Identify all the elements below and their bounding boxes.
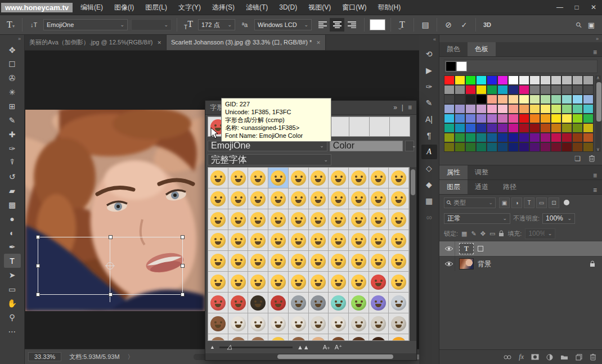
glyph-cell[interactable] <box>329 313 349 334</box>
glyph-cell[interactable] <box>309 334 329 341</box>
color-swatch[interactable] <box>519 104 529 114</box>
link-layers-icon[interactable] <box>504 355 511 359</box>
color-swatch[interactable] <box>551 142 561 152</box>
glyph-vertical-scrollbar[interactable] <box>410 167 416 341</box>
menu-item[interactable]: 图像(I) <box>109 3 140 11</box>
glyph-cell[interactable] <box>349 293 369 313</box>
zoom-level-field[interactable]: 33.33% <box>28 352 61 361</box>
color-swatch[interactable] <box>487 95 497 104</box>
tool-move[interactable]: ✥ <box>4 43 21 57</box>
menu-item[interactable]: 文字(Y) <box>173 3 206 11</box>
color-swatch[interactable] <box>444 104 455 114</box>
glyph-cell[interactable] <box>248 251 268 272</box>
recent-glyph-cell[interactable] <box>349 116 370 137</box>
color-swatch[interactable] <box>583 114 594 123</box>
color-swatch[interactable] <box>519 133 529 142</box>
tab-layers[interactable]: 图层 <box>439 180 468 194</box>
background-layer-thumbnail[interactable] <box>459 258 474 269</box>
lock-all-icon[interactable] <box>498 230 504 237</box>
color-swatch[interactable] <box>476 85 487 95</box>
color-swatch[interactable] <box>561 142 572 152</box>
collapse-panels-icon[interactable]: » <box>596 36 599 42</box>
recent-glyph-cell[interactable] <box>390 116 410 137</box>
color-swatch[interactable] <box>497 142 508 152</box>
layer-visibility-toggle[interactable] <box>443 241 455 256</box>
color-swatch[interactable] <box>455 142 465 152</box>
glyph-cell[interactable] <box>369 168 389 188</box>
menu-item[interactable]: 滤镜(T) <box>240 3 273 11</box>
close-tab-icon[interactable]: ✕ <box>157 40 161 46</box>
color-swatch[interactable] <box>476 75 487 85</box>
color-swatch[interactable] <box>487 142 497 152</box>
tool-blur[interactable]: ● <box>4 212 21 226</box>
color-swatch[interactable] <box>583 133 594 142</box>
handle-top-center[interactable] <box>109 235 113 239</box>
tool-hand[interactable]: ✋ <box>4 296 21 310</box>
glyph-cell[interactable] <box>329 188 349 209</box>
glyph-cell[interactable] <box>248 293 268 313</box>
glyph-cell[interactable] <box>389 272 409 293</box>
glyph-zoom-in-button[interactable]: A⁺ <box>335 344 342 351</box>
handle-top-right[interactable] <box>181 235 185 239</box>
delete-layer-icon[interactable] <box>590 353 596 361</box>
color-swatch[interactable] <box>540 104 551 114</box>
color-swatch[interactable] <box>583 85 594 95</box>
glyph-cell[interactable] <box>228 334 249 341</box>
color-swatch[interactable] <box>519 85 529 95</box>
linked-assets-panel-icon[interactable]: ∞ <box>421 210 437 224</box>
color-swatch[interactable] <box>476 142 487 152</box>
glyph-cell[interactable] <box>208 334 228 341</box>
color-swatch[interactable] <box>529 142 540 152</box>
glyph-cell[interactable] <box>208 188 228 209</box>
brushes-panel-icon[interactable]: ✑ <box>421 79 437 94</box>
glyph-cell[interactable] <box>369 272 389 293</box>
color-swatch[interactable] <box>551 133 561 142</box>
glyph-cell[interactable] <box>369 209 389 230</box>
glyph-cell[interactable] <box>329 251 349 272</box>
swatches-scrollbar[interactable]: ∧ ∨ <box>595 75 601 152</box>
color-swatch[interactable] <box>561 114 572 123</box>
color-swatch[interactable] <box>583 123 594 133</box>
tab-channels[interactable]: 通道 <box>468 180 496 194</box>
color-swatch[interactable] <box>497 75 508 85</box>
swatch-black[interactable] <box>446 61 456 71</box>
glyph-cell[interactable] <box>208 293 228 313</box>
color-swatch[interactable] <box>583 75 594 85</box>
glyph-cell[interactable] <box>389 188 409 209</box>
adjustment-layer-icon[interactable] <box>546 354 553 361</box>
glyph-cell[interactable] <box>389 293 409 313</box>
color-swatch[interactable] <box>444 133 455 142</box>
glyph-style-chevron[interactable]: ⌄ <box>405 141 414 151</box>
glyph-cell[interactable] <box>329 272 349 293</box>
color-swatch[interactable] <box>540 95 551 104</box>
color-swatch[interactable] <box>540 142 551 152</box>
color-swatch[interactable] <box>455 95 465 104</box>
tab-swatches[interactable]: 色板 <box>468 42 496 56</box>
maximize-button[interactable]: □ <box>568 0 585 15</box>
glyph-cell[interactable] <box>208 251 228 272</box>
glyph-cell[interactable] <box>389 168 409 188</box>
tool-clone-stamp[interactable]: ⍒ <box>4 155 21 169</box>
color-swatch[interactable] <box>540 114 551 123</box>
color-swatch[interactable] <box>572 133 583 142</box>
filter-toggle-dot[interactable] <box>564 200 569 205</box>
glyph-cell[interactable] <box>208 313 228 334</box>
color-swatch[interactable] <box>444 95 455 104</box>
glyph-cell[interactable] <box>389 251 409 272</box>
menu-item[interactable]: 帮助(H) <box>372 3 407 11</box>
color-swatch[interactable] <box>508 75 519 85</box>
panel-expand-icon[interactable]: » <box>393 104 397 111</box>
color-swatch[interactable] <box>529 114 540 123</box>
layer-style-icon[interactable]: fx <box>519 353 524 361</box>
glyph-cell[interactable] <box>329 209 349 230</box>
text-layer-thumbnail[interactable]: T <box>459 243 474 254</box>
text-color-swatch[interactable] <box>370 19 385 30</box>
glyph-cell[interactable] <box>389 334 409 341</box>
color-swatch[interactable] <box>455 123 465 133</box>
3d-scene-panel-icon[interactable]: ◇ <box>421 161 437 176</box>
libraries-panel-icon[interactable]: ▦ <box>421 194 437 208</box>
glyph-size-slider[interactable]: △ <box>219 347 293 348</box>
panel-menu-icon[interactable]: ≡ <box>588 186 602 194</box>
3d-button[interactable]: 3D <box>481 21 493 28</box>
handle-bottom-left[interactable] <box>36 293 40 296</box>
